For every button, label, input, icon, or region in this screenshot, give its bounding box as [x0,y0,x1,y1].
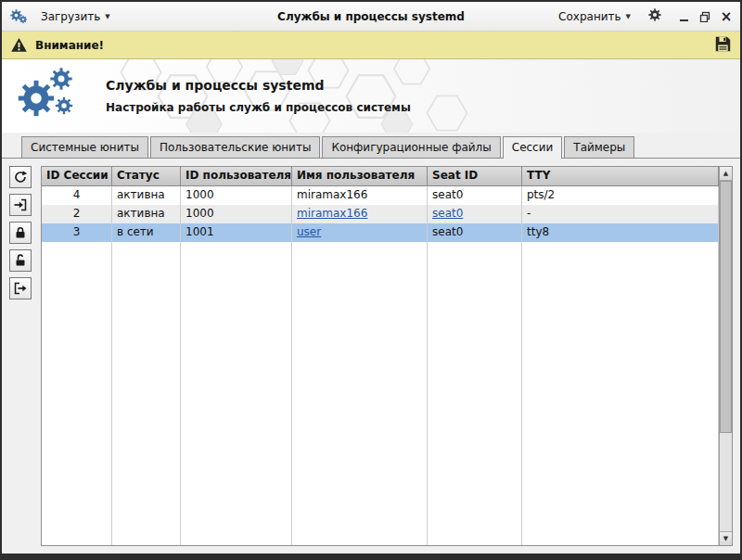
app-window: Загрузить ▼ Службы и процессы systemd Со… [0,0,742,560]
cell-user-name: miramax166 [292,205,428,223]
save-menu-button[interactable]: Сохранить ▼ [553,7,636,26]
vertical-scrollbar[interactable]: ▲ ▼ [719,167,732,545]
cell-user-id: 1001 [181,223,292,242]
column-header[interactable]: Статус [112,167,181,185]
cell-session-id: 4 [42,186,112,205]
cell-user-name: miramax166 [292,186,428,205]
cell-user-name: user [292,223,428,242]
cell-seat-id: seat0 [428,223,522,242]
app-gears-icon [9,7,30,26]
tab-config-files[interactable]: Конфигурационные файлы [322,136,500,158]
window-controls: × [677,10,733,23]
cell-status: в сети [112,223,181,242]
empty-cell [428,242,522,545]
load-menu-button[interactable]: Загрузить ▼ [35,7,116,26]
page-title: Службы и процессы systemd [106,78,411,93]
chevron-down-icon: ▼ [105,13,109,20]
scroll-down-button[interactable]: ▼ [720,531,732,545]
terminate-session-button[interactable] [9,277,32,299]
column-header[interactable]: Имя пользователя [292,167,428,185]
save-file-icon[interactable] [714,35,732,56]
scroll-up-button[interactable]: ▲ [720,167,732,181]
cell-user-name-link[interactable]: miramax166 [297,207,367,220]
table-row[interactable]: 4активна1000miramax166seat0pts/2 [42,186,719,205]
cell-user-id: 1000 [181,186,292,205]
column-header[interactable]: ID пользователя [181,167,292,185]
minimize-button[interactable] [677,10,690,23]
cell-seat-id: seat0 [428,186,522,205]
cell-session-id: 2 [42,205,112,223]
table-header-row: ID СессииСтатусID пользователяИмя пользо… [42,167,719,186]
tab-system-units[interactable]: Системные юниты [21,136,148,158]
unlock-icon [13,253,28,268]
empty-cell [112,242,181,545]
table-body: 4активна1000miramax166seat0pts/22активна… [42,186,719,545]
empty-rows-area [42,242,719,545]
load-menu-label: Загрузить [41,10,100,23]
empty-cell [292,242,428,545]
cell-session-id: 3 [42,223,112,242]
warning-bar: Внимание! [2,32,740,59]
login-session-button[interactable] [9,194,32,216]
tab-timers[interactable]: Таймеры [564,136,634,158]
cell-status: активна [112,186,181,205]
table-row[interactable]: 2активна1000miramax166seat0- [42,205,719,223]
page-subtitle: Настройка работы служб и процессов систе… [106,101,411,114]
arrow-down-icon: ▼ [723,535,728,542]
cell-seat-id-link[interactable]: seat0 [432,207,463,220]
login-icon [13,197,28,212]
lock-session-button[interactable] [9,222,32,244]
chevron-down-icon: ▼ [626,13,631,20]
logout-icon [13,281,28,296]
close-button[interactable]: × [720,10,733,23]
maximize-icon [699,11,710,22]
unlock-session-button[interactable] [9,249,32,272]
side-toolbar [9,166,33,546]
lock-icon [13,225,28,240]
tab-sessions[interactable]: Сессии [503,136,563,159]
refresh-button[interactable] [9,166,32,188]
cell-tty: - [522,205,719,223]
cell-user-id: 1000 [181,205,292,223]
column-header[interactable]: TTY [522,167,719,185]
titlebar: Загрузить ▼ Службы и процессы systemd Со… [2,2,740,32]
cell-tty: tty8 [522,223,719,242]
arrow-up-icon: ▲ [723,170,728,177]
scrollbar-thumb[interactable] [720,181,732,433]
cell-status: активна [112,205,181,223]
empty-cell [181,242,292,545]
warning-text: Внимание! [35,39,104,52]
main-area: ID СессииСтатусID пользователяИмя пользо… [2,159,740,554]
header-banner: Службы и процессы systemd Настройка рабо… [2,59,740,133]
table-row[interactable]: 3в сети1001userseat0tty8 [42,223,719,242]
cell-tty: pts/2 [522,186,719,205]
sessions-table: ID СессииСтатусID пользователяИмя пользо… [41,166,733,546]
cell-user-name-link[interactable]: user [297,225,321,238]
warning-icon [10,37,28,53]
column-header[interactable]: ID Сессии [42,167,112,185]
settings-gear-icon[interactable] [647,7,662,25]
close-icon: × [721,11,733,22]
minimize-icon [680,19,688,21]
refresh-icon [13,170,28,185]
column-header[interactable]: Seat ID [428,167,522,185]
scrollbar-track[interactable] [720,181,732,531]
maximize-button[interactable] [698,10,711,23]
tab-user-units[interactable]: Пользовательские юниты [150,136,320,158]
empty-cell [42,242,112,545]
cell-seat-id: seat0 [428,205,522,223]
empty-cell [522,242,719,545]
save-menu-label: Сохранить [558,10,621,23]
gears-logo-icon [15,66,87,127]
tab-bar: Системные юнитыПользовательские юнитыКон… [2,133,740,159]
